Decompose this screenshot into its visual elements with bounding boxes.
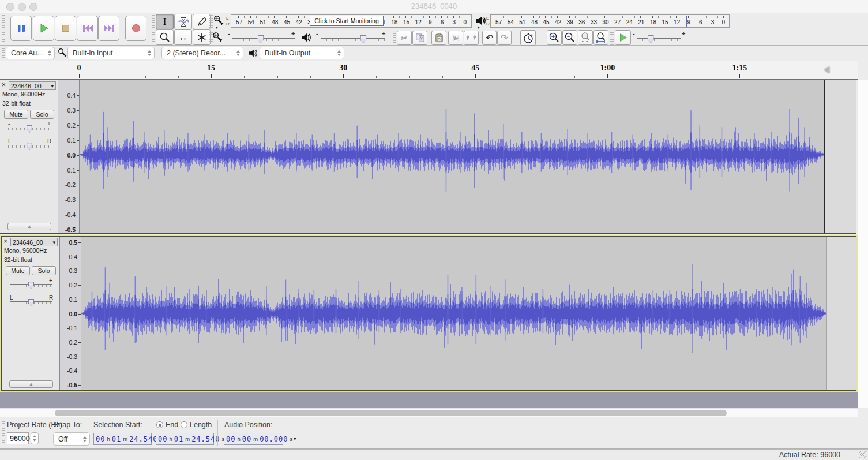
sync-lock-button[interactable] <box>520 30 536 46</box>
audio-position-seconds[interactable]: 00.000 <box>260 435 288 443</box>
length-radio[interactable] <box>181 421 187 428</box>
end-radio-label[interactable]: End <box>166 421 178 429</box>
stepper-down-icon[interactable] <box>33 439 36 442</box>
track-1-gain-slider[interactable] <box>8 128 51 130</box>
selection-start-seconds[interactable]: 24.540 <box>129 435 157 443</box>
track-2-pan-slider-thumb[interactable] <box>28 299 34 306</box>
selection-toolbar-grabber[interactable] <box>2 420 5 446</box>
length-radio-label[interactable]: Length <box>190 421 212 429</box>
transport-toolbar-grabber[interactable] <box>2 14 5 43</box>
audio-position-field[interactable]: 00h 00m 00.000s ▾ <box>224 433 283 445</box>
copy-button[interactable] <box>412 31 427 45</box>
selection-end-seconds[interactable]: 24.540 <box>191 435 220 443</box>
playback-device-dropdown[interactable]: Built-in Output <box>260 47 344 59</box>
track-2-vertical-ruler[interactable]: 0.50.40.30.20.10.0-0.1-0.2-0.3-0.4-0.5 <box>60 237 81 390</box>
snap-to-dropdown[interactable]: Off <box>53 432 90 446</box>
track-1-waveform[interactable] <box>80 80 856 233</box>
horizontal-scrollbar[interactable] <box>0 408 858 417</box>
selection-tool-button[interactable]: I <box>156 14 174 29</box>
pause-button[interactable] <box>10 16 32 41</box>
track-1-vertical-ruler[interactable]: 0.40.30.20.10.0-0.1-0.2-0.3-0.4-0.5 <box>58 80 80 233</box>
recording-device-dropdown[interactable]: Built-in Input <box>67 47 155 59</box>
track-1-title-menu[interactable]: 234646_00 ▾ <box>9 81 56 90</box>
zoom-in-button[interactable] <box>547 30 562 45</box>
play-at-speed-toolbar-grabber[interactable] <box>610 31 614 45</box>
redo-button[interactable]: ↷ <box>497 31 512 45</box>
vertical-scrollbar[interactable] <box>858 80 868 408</box>
play-button[interactable] <box>33 16 54 41</box>
play-at-speed-button[interactable] <box>615 30 631 45</box>
selection-start-minutes[interactable]: 01 <box>112 435 121 443</box>
multi-tool-button[interactable] <box>193 29 211 45</box>
track-1-control-panel[interactable]: × 234646_00 ▾ Mono, 96000Hz 32-bit float… <box>0 80 58 233</box>
record-meter-dropdown-icon[interactable]: ▾ <box>216 25 218 30</box>
skip-to-start-button[interactable] <box>77 16 98 41</box>
paste-button[interactable] <box>431 31 446 45</box>
audio-host-dropdown[interactable]: Core Au... <box>6 47 55 59</box>
track-2-gain-slider[interactable] <box>10 284 52 287</box>
end-radio[interactable] <box>156 421 163 428</box>
track-2-solo-button[interactable]: Solo <box>32 266 56 275</box>
track-1-close-icon[interactable]: × <box>2 81 6 89</box>
track-1-pan-slider[interactable] <box>8 145 51 148</box>
envelope-tool-button[interactable] <box>174 14 192 29</box>
timeline-ruler[interactable]: 01530451:001:15 <box>0 61 858 80</box>
zoom-tool-button[interactable] <box>156 29 174 45</box>
record-volume-slider[interactable] <box>232 38 295 41</box>
play-meter-dropdown-icon[interactable]: ▾ <box>478 25 480 30</box>
recording-channels-dropdown[interactable]: 2 (Stereo) Recor... <box>161 47 243 59</box>
field-dropdown-icon[interactable]: ▾ <box>294 436 296 442</box>
play-meter-speaker-icon[interactable] <box>475 15 487 27</box>
play-speed-slider[interactable] <box>637 38 681 41</box>
tools-toolbar-grabber[interactable] <box>152 14 155 43</box>
project-rate-input[interactable]: 96000 <box>7 432 29 444</box>
selection-end-hours[interactable]: 00 <box>158 435 167 443</box>
audio-position-hours[interactable]: 00 <box>226 435 235 443</box>
track-2-gain-slider-thumb[interactable] <box>28 282 34 289</box>
play-speed-slider-thumb[interactable] <box>648 35 654 43</box>
fit-selection-button[interactable] <box>578 30 593 45</box>
stepper-up-icon[interactable] <box>33 435 36 437</box>
cut-button[interactable]: ✂ <box>397 31 412 45</box>
track-1-gain-slider-thumb[interactable] <box>27 125 32 133</box>
zoom-out-button[interactable] <box>562 30 577 45</box>
horizontal-scrollbar-thumb[interactable] <box>55 410 727 416</box>
track-2-close-icon[interactable]: × <box>3 237 7 245</box>
playback-volume-slider-thumb[interactable] <box>360 35 366 43</box>
fit-project-button[interactable] <box>593 30 608 45</box>
silence-audio-button[interactable] <box>464 31 479 45</box>
record-volume-slider-thumb[interactable] <box>257 35 264 43</box>
draw-tool-button[interactable] <box>193 14 211 29</box>
track-1-collapse-button[interactable]: ▲ <box>7 223 51 230</box>
selection-end-minutes[interactable]: 01 <box>174 435 183 443</box>
track-2-pan-slider[interactable] <box>10 301 52 304</box>
edit-toolbar-grabber[interactable] <box>393 31 396 44</box>
monitoring-tooltip[interactable]: Click to Start Monitoring <box>310 16 384 26</box>
track-1-mute-button[interactable]: Mute <box>4 110 28 119</box>
track-2-title-menu[interactable]: 234646_00 ▾ <box>10 238 58 246</box>
trim-audio-button[interactable] <box>448 31 463 45</box>
playback-meter[interactable]: -57-54-51-48-45-42-39-36-33-30-27-24-21-… <box>490 14 730 28</box>
audio-position-minutes[interactable]: 00 <box>242 435 251 443</box>
track-2-collapse-button[interactable]: ▲ <box>9 380 53 388</box>
record-meter-mic-icon[interactable] <box>213 15 225 27</box>
track-2-waveform[interactable] <box>81 237 857 390</box>
device-toolbar-grabber[interactable] <box>2 47 5 59</box>
selection-end-field[interactable]: 00h 01m 24.540s ▾ <box>156 433 214 445</box>
undo-button[interactable]: ↶ <box>482 31 497 45</box>
track-2-mute-button[interactable]: Mute <box>6 266 30 275</box>
playback-volume-slider[interactable] <box>321 38 385 41</box>
skip-to-end-button[interactable] <box>98 16 119 41</box>
time-shift-tool-button[interactable]: ↔ <box>174 29 192 45</box>
stop-button[interactable] <box>55 16 76 41</box>
track-2-control-panel[interactable]: × 234646_00 ▾ Mono, 96000Hz 32-bit float… <box>2 237 60 390</box>
timeline-cursor-marker-icon[interactable] <box>824 66 829 73</box>
project-rate-stepper[interactable] <box>31 432 39 444</box>
record-button[interactable] <box>125 16 146 41</box>
tracks-background-area[interactable] <box>0 392 858 408</box>
track-1-solo-button[interactable]: Solo <box>30 110 54 119</box>
selection-start-hours[interactable]: 00 <box>96 435 105 443</box>
selection-start-field[interactable]: 00h 01m 24.540s ▾ <box>93 433 152 445</box>
resize-grip-icon[interactable] <box>859 451 866 458</box>
track-1-pan-slider-thumb[interactable] <box>27 143 32 150</box>
